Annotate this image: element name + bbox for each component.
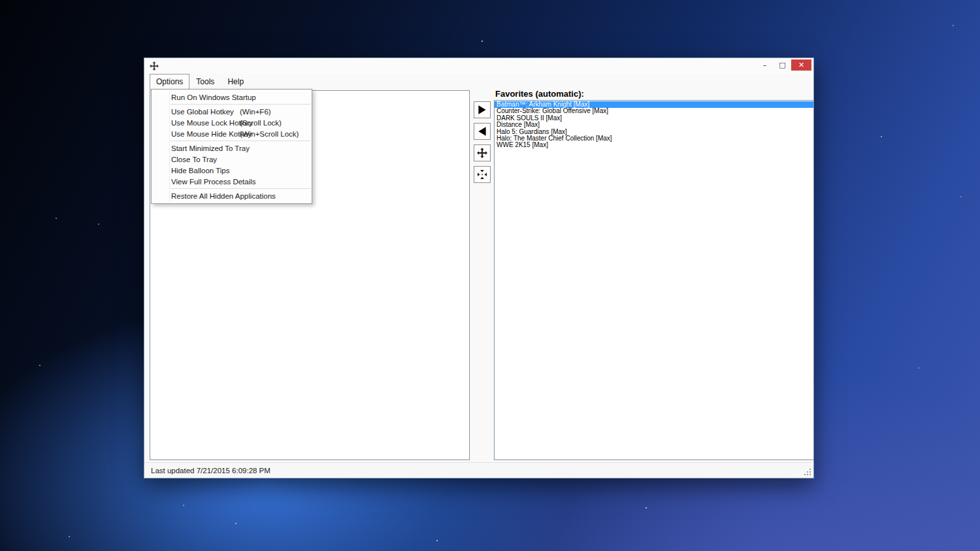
menu-item-label: Use Global Hotkey: [171, 108, 234, 116]
desktop-background: – □ ✕ Options Tools Help Run On Windows …: [0, 0, 980, 551]
move-arrows-out-icon: [477, 148, 487, 158]
menu-item[interactable]: Start Minimized To Tray: [152, 142, 312, 154]
menu-item-label: Hide Balloon Tips: [171, 167, 230, 175]
right-triangle-icon: [476, 104, 488, 116]
menu-item[interactable]: Restore All Hidden Applications: [152, 190, 312, 201]
favorites-listbox[interactable]: Batman™: Arkham Knight [Max]Counter-Stri…: [494, 100, 814, 460]
menu-item[interactable]: Use Mouse Hide Kotkey(Win+Scroll Lock): [152, 128, 312, 139]
menu-item-label: Run On Windows Startup: [171, 93, 256, 101]
menu-item-label: View Full Process Details: [171, 178, 256, 186]
favorites-item[interactable]: WWE 2K15 [Max]: [495, 142, 813, 148]
menu-item-label: Close To Tray: [171, 156, 217, 163]
menu-item-shortcut: (Win+F6): [240, 108, 271, 116]
menu-item-shortcut: (Win+Scroll Lock): [240, 130, 299, 138]
menu-item[interactable]: Close To Tray: [152, 154, 312, 165]
menu-item[interactable]: Hide Balloon Tips: [152, 165, 312, 176]
menubar: Options Tools Help: [144, 74, 813, 90]
menu-item[interactable]: View Full Process Details: [152, 176, 312, 187]
titlebar[interactable]: – □ ✕: [144, 58, 813, 74]
maximize-button[interactable]: □: [774, 59, 791, 71]
menu-separator: [171, 141, 310, 141]
menu-help[interactable]: Help: [221, 74, 250, 90]
favorites-item[interactable]: Distance [Max]: [495, 122, 813, 128]
menu-item-label: Start Minimized To Tray: [171, 144, 250, 152]
favorites-label: Favorites (automatic):: [495, 89, 584, 99]
menu-item-shortcut: (Scroll Lock): [240, 119, 282, 127]
resize-grip[interactable]: [804, 469, 811, 475]
restore-window-button[interactable]: [474, 166, 491, 183]
app-window: – □ ✕ Options Tools Help Run On Windows …: [144, 58, 814, 478]
remove-favorite-button[interactable]: [474, 123, 491, 140]
app-move-icon[interactable]: [150, 61, 159, 71]
options-menu: Run On Windows StartupUse Global Hotkey(…: [151, 89, 312, 204]
window-controls: – □ ✕: [756, 59, 811, 71]
toolbar-column: [474, 101, 491, 183]
statusbar: Last updated 7/21/2015 6:09:28 PM: [144, 462, 813, 478]
minimize-button[interactable]: –: [756, 59, 774, 71]
left-triangle-icon: [476, 125, 488, 137]
menu-options[interactable]: Options: [150, 74, 189, 90]
menu-item[interactable]: Use Mouse Lock Hotkey(Scroll Lock): [152, 117, 312, 128]
menu-item[interactable]: Run On Windows Startup: [152, 92, 312, 103]
menu-separator: [171, 188, 310, 189]
menu-separator: [171, 104, 310, 105]
make-borderless-button[interactable]: [474, 144, 491, 161]
menu-tools[interactable]: Tools: [189, 74, 221, 90]
add-favorite-button[interactable]: [474, 101, 491, 118]
menu-item-label: Restore All Hidden Applications: [171, 192, 276, 200]
status-text: Last updated 7/21/2015 6:09:28 PM: [151, 467, 270, 475]
favorites-item[interactable]: DARK SOULS II [Max]: [495, 115, 813, 122]
close-button[interactable]: ✕: [791, 59, 811, 71]
move-arrows-in-icon: [477, 169, 487, 180]
menu-item[interactable]: Use Global Hotkey(Win+F6): [152, 106, 312, 117]
